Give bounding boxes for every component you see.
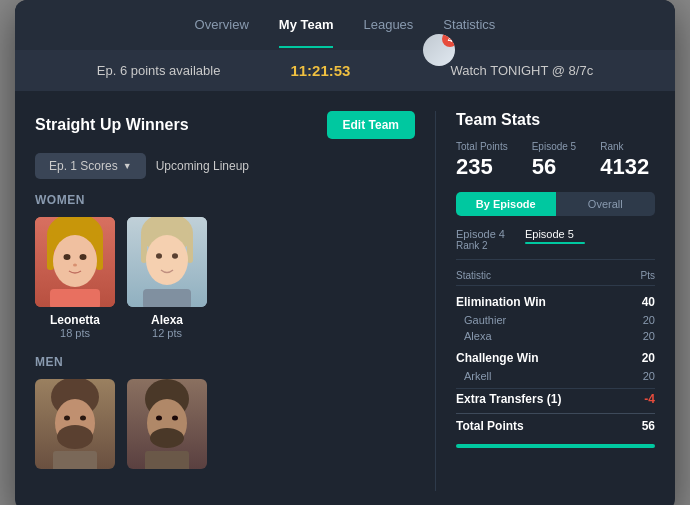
stat-row-challenge-win: Challenge Win 20	[456, 348, 655, 368]
elimination-win-pts: 40	[642, 295, 655, 309]
extra-transfers-label: Extra Transfers (1)	[456, 392, 561, 406]
svg-rect-30	[145, 451, 189, 469]
teal-bottom-bar	[456, 444, 655, 448]
episode-selector: Episode 4 Rank 2 Episode 5	[456, 228, 655, 260]
stats-table: Statistic Pts Elimination Win 40 Gauthie…	[456, 270, 655, 438]
total-points-stat: Total Points 235	[456, 141, 508, 180]
player-card-leonetta: Leonetta 18 pts	[35, 217, 115, 339]
col-pts: Pts	[641, 270, 655, 281]
right-panel: Team Stats Total Points 235 Episode 5 56…	[435, 111, 655, 491]
svg-point-14	[156, 253, 162, 259]
alexa-pts: 12 pts	[152, 327, 182, 339]
leonetta-pts: 18 pts	[60, 327, 90, 339]
episode-value: 56	[532, 154, 576, 180]
svg-rect-3	[96, 235, 103, 270]
leonetta-name: Leonetta	[50, 313, 100, 327]
player-card-man1	[35, 379, 115, 475]
total-points-value: 235	[456, 154, 508, 180]
player-photo-man1	[35, 379, 115, 469]
alexa-name: Alexa	[151, 313, 183, 327]
svg-point-5	[64, 254, 71, 260]
banner-watch-label: Watch TONIGHT @ 8/7c	[450, 63, 593, 78]
ep-tab-5[interactable]: Episode 5	[525, 228, 585, 251]
man2-face-svg	[127, 379, 207, 469]
team-stats-title: Team Stats	[456, 111, 655, 129]
stat-row-elimination-win: Elimination Win 40	[456, 292, 655, 312]
avatar[interactable]: 4	[423, 34, 455, 66]
svg-point-15	[172, 253, 178, 259]
men-cards	[35, 379, 415, 475]
svg-rect-2	[47, 235, 54, 270]
extra-transfers-pts: -4	[644, 392, 655, 406]
panel-header: Straight Up Winners Edit Team	[35, 111, 415, 139]
svg-rect-8	[50, 289, 100, 307]
gauthier-pts: 20	[643, 314, 655, 326]
challenge-win-label: Challenge Win	[456, 351, 539, 365]
stat-row-extra-transfers: Extra Transfers (1) -4	[456, 388, 655, 409]
total-points-row: Total Points 56	[456, 413, 655, 438]
player-photo-man2	[127, 379, 207, 469]
total-points-label: Total Points	[456, 141, 508, 152]
women-label: Women	[35, 193, 415, 207]
tab-by-episode[interactable]: By Episode	[456, 192, 556, 216]
rank-stat: Rank 4132	[600, 141, 649, 180]
man1-face-svg	[35, 379, 115, 469]
tab-overall[interactable]: Overall	[556, 192, 656, 216]
svg-point-22	[80, 416, 86, 421]
episode-stat: Episode 5 56	[532, 141, 576, 180]
banner-countdown: 11:21:53	[290, 62, 350, 79]
svg-point-7	[73, 264, 77, 267]
svg-point-29	[172, 416, 178, 421]
alexa-stat-label: Alexa	[464, 330, 492, 342]
ep5-label: Episode 5	[525, 228, 585, 240]
arkell-pts: 20	[643, 370, 655, 382]
leonetta-face-svg	[35, 217, 115, 307]
stat-row-gauthier: Gauthier 20	[456, 312, 655, 328]
main-content: Straight Up Winners Edit Team Ep. 1 Scor…	[15, 91, 675, 505]
scores-filter-button[interactable]: Ep. 1 Scores ▼	[35, 153, 146, 179]
alexa-face-svg	[127, 217, 207, 307]
stat-row-arkell: Arkell 20	[456, 368, 655, 384]
col-statistic: Statistic	[456, 270, 491, 281]
svg-point-4	[53, 235, 97, 287]
nav-my-team[interactable]: My Team	[279, 3, 334, 48]
svg-rect-23	[53, 451, 97, 469]
nav-bar: Overview My Team Leagues Statistics 4	[15, 0, 675, 50]
nav-leagues[interactable]: Leagues	[363, 3, 413, 48]
banner-ep-label: Ep. 6 points available	[97, 63, 221, 78]
men-label: Men	[35, 355, 415, 369]
men-section: Men	[35, 355, 415, 475]
stat-row-alexa: Alexa 20	[456, 328, 655, 344]
episode-overall-tabs: By Episode Overall	[456, 192, 655, 216]
panel-title: Straight Up Winners	[35, 116, 189, 134]
gauthier-label: Gauthier	[464, 314, 506, 326]
stats-table-header: Statistic Pts	[456, 270, 655, 286]
svg-point-13	[146, 235, 188, 285]
nav-avatar-area[interactable]: 4	[423, 34, 455, 66]
women-cards: Leonetta 18 pts	[35, 217, 415, 339]
left-panel: Straight Up Winners Edit Team Ep. 1 Scor…	[35, 111, 435, 491]
lineup-filter-button[interactable]: Upcoming Lineup	[156, 153, 249, 179]
player-card-alexa: Alexa 12 pts	[127, 217, 207, 339]
ep-tab-4[interactable]: Episode 4 Rank 2	[456, 228, 505, 251]
total-points-row-label: Total Points	[456, 419, 524, 433]
svg-point-28	[156, 416, 162, 421]
edit-team-button[interactable]: Edit Team	[327, 111, 415, 139]
dropdown-arrow-icon: ▼	[123, 161, 132, 171]
player-photo-alexa	[127, 217, 207, 307]
notification-badge: 4	[442, 34, 455, 47]
total-points-row-pts: 56	[642, 419, 655, 433]
banner: Ep. 6 points available 11:21:53 Watch TO…	[15, 50, 675, 91]
svg-point-27	[150, 428, 184, 448]
app-container: Overview My Team Leagues Statistics 4 Ep…	[15, 0, 675, 505]
svg-point-20	[57, 425, 93, 449]
arkell-label: Arkell	[464, 370, 492, 382]
ep4-label: Episode 4	[456, 228, 505, 240]
filter-bar: Ep. 1 Scores ▼ Upcoming Lineup	[35, 153, 415, 179]
nav-overview[interactable]: Overview	[195, 3, 249, 48]
stats-summary-row: Total Points 235 Episode 5 56 Rank 4132	[456, 141, 655, 180]
ep5-active-indicator	[525, 242, 585, 244]
rank-label: Rank	[600, 141, 649, 152]
player-card-man2	[127, 379, 207, 475]
player-photo-leonetta	[35, 217, 115, 307]
